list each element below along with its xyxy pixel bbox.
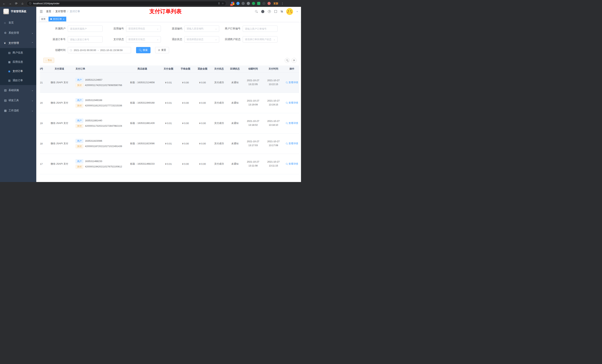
browser-profile-avatar[interactable]	[268, 2, 271, 5]
sidebar-item-workflow[interactable]: ▩ 工作流程 ⌄	[0, 105, 36, 116]
search-icon[interactable]	[255, 10, 258, 13]
chevron-up-icon: ⌃	[32, 42, 33, 44]
fullscreen-icon[interactable]	[274, 10, 277, 13]
search-toggle-button[interactable]	[285, 58, 290, 63]
page-title: 支付订单列表	[149, 8, 182, 15]
share-icon[interactable]: ↥	[218, 2, 220, 5]
tabbar: 首页 支付订单 ×	[36, 16, 301, 22]
chevron-down-icon: ⌄	[215, 27, 217, 30]
logo-image	[3, 9, 9, 14]
sidebar-item-pay[interactable]: ¥ 支付管理 ⌃	[0, 38, 36, 48]
bookmark-star-icon[interactable]: ☆	[222, 2, 224, 5]
address-bar[interactable]: ⓘ localhost:1024/pay/order ↥ ☆	[27, 1, 226, 6]
sidebar-item-pay-order[interactable]: ◉ 支付订单	[0, 67, 36, 76]
browser-menu-icon[interactable]: ⋮	[281, 2, 284, 5]
content: 所属商户 应用编号 请选择应用信息 ⌄ 渠道编码 请输入渠道编码 ⌄	[36, 22, 301, 182]
table-row: 119 微信 JSAPI 支付 商户1635311881440 支付420000…	[40, 113, 299, 133]
extension-green-icon[interactable]	[252, 2, 255, 5]
sidebar-item-refund-order[interactable]: ▥ 退款订单	[0, 76, 36, 85]
chevron-down-icon: ⌄	[157, 38, 159, 41]
site-info-icon[interactable]: ⓘ	[29, 2, 32, 5]
channel-order-no-input[interactable]	[68, 36, 103, 42]
main-area: ☰ 首页 / 支付管理 / 支付订单 支付订单列表 ? Tt ▾ 首页	[36, 7, 301, 182]
active-tab-dot	[50, 18, 52, 20]
merchant-tag: 商户	[75, 139, 83, 143]
table-row: 118 微信 JSAPI 支付 商户1635311823086 支付420000…	[40, 133, 299, 154]
merchant-order-no-input[interactable]	[243, 26, 278, 32]
view-detail-link[interactable]: 查看详情	[286, 142, 298, 145]
sidebar-item-merchant-info[interactable]: ▤ 商户信息	[0, 48, 36, 57]
chevron-down-icon: ⌄	[32, 99, 33, 102]
tab-home[interactable]: 首页	[39, 17, 47, 21]
extensions-puzzle-icon[interactable]	[262, 2, 266, 5]
sidebar: 芋道管理系统 ⌂ 首页 ⚙ 系统管理 ⌄ ¥ 支付管理 ⌃ ▤ 商户信息	[0, 7, 36, 182]
view-detail-link[interactable]: 查看详情	[286, 101, 298, 104]
merchant-input[interactable]	[68, 26, 103, 32]
pay-tag: 支付	[75, 165, 83, 169]
avatar-caret-icon[interactable]: ▾	[297, 10, 298, 13]
app-no-select[interactable]: 请选择应用信息 ⌄	[126, 26, 161, 32]
extension-blue-icon[interactable]	[236, 2, 239, 5]
table-row: 120 微信 JSAPI 支付 商户1635311949168 支付420000…	[40, 93, 299, 113]
date-start-value: 2021-10-01 00:00:00	[74, 49, 96, 52]
refresh-icon: ⟳	[293, 59, 295, 62]
hamburger-icon[interactable]: ☰	[40, 10, 43, 14]
merchant-tag: 商户	[75, 159, 83, 163]
view-detail-link[interactable]: 查看详情	[286, 122, 298, 125]
extension-gray2-icon[interactable]	[247, 2, 250, 5]
create-time-range-picker[interactable]: ◷ 2021-10-01 00:00:00 - 2021-10-31 23:59…	[68, 47, 131, 53]
github-icon[interactable]	[261, 10, 264, 13]
pay-status-label: 支付状态	[105, 38, 126, 41]
refresh-button[interactable]: ⟳	[291, 58, 297, 63]
browser-update-button[interactable]: 更新	[273, 2, 278, 5]
sidebar-item-system[interactable]: ⚙ 系统管理 ⌄	[0, 28, 36, 38]
extension-gray-icon[interactable]	[242, 2, 245, 5]
tab-pay-order[interactable]: 支付订单 ×	[49, 17, 66, 21]
channel-code-select[interactable]: 请输入渠道编码 ⌄	[184, 26, 219, 32]
breadcrumb-home[interactable]: 首页	[46, 10, 51, 13]
font-size-icon[interactable]: Tt	[280, 10, 283, 13]
browser-home-icon[interactable]: ⌂	[21, 2, 24, 5]
search-icon	[139, 49, 142, 52]
help-icon[interactable]: ?	[268, 10, 271, 13]
reset-button[interactable]: ⟳ 重置	[155, 47, 169, 53]
search-icon	[286, 122, 288, 124]
search-icon	[286, 82, 288, 83]
extension-multicolor-icon[interactable]: 10	[231, 2, 234, 5]
extensions-cluster: 10 更新 ⋮	[231, 2, 284, 5]
view-detail-link[interactable]: 查看详情	[286, 162, 298, 166]
view-detail-link[interactable]: 查看详情	[286, 81, 298, 84]
avatar[interactable]	[286, 8, 293, 15]
notify-status-select[interactable]: 请选择订单回调商户状态 ⌄	[243, 36, 278, 42]
logo[interactable]: 芋道管理系统	[0, 7, 36, 16]
refund-status-select[interactable]: 请选择退款状态 ⌄	[184, 36, 219, 42]
export-button[interactable]: ↓ 导出	[43, 58, 54, 63]
browser-reload-icon[interactable]: ⟳	[14, 2, 18, 5]
close-icon[interactable]: ×	[63, 18, 64, 20]
sidebar-item-infrastructure[interactable]: ▧ 基础设施 ⌄	[0, 85, 36, 95]
extension-chat-icon[interactable]	[257, 2, 260, 5]
pay-tag: 支付	[75, 124, 83, 128]
pay-tag: 支付	[75, 144, 83, 148]
chevron-down-icon: ⌄	[32, 32, 33, 34]
order-table: 编号 支付渠道 支付订单 商品标题 支付金额 手续金额 退款金额 支付状态 回调…	[40, 65, 299, 182]
browser-back-icon[interactable]: ←	[2, 2, 6, 5]
sidebar-menu: ⌂ 首页 ⚙ 系统管理 ⌄ ¥ 支付管理 ⌃ ▤ 商户信息 ▦ 应用信	[0, 16, 36, 116]
sidebar-item-home[interactable]: ⌂ 首页	[0, 18, 36, 28]
sidebar-item-devtools[interactable]: ▨ 研发工具 ⌄	[0, 95, 36, 105]
browser-chrome: ← → ⟳ ⌂ ⓘ localhost:1024/pay/order ↥ ☆ 1…	[0, 0, 301, 7]
target-icon: ◉	[8, 70, 13, 73]
briefcase-icon: ▩	[4, 109, 9, 112]
pay-status-select[interactable]: 请选择支付状态 ⌄	[126, 36, 161, 42]
app-no-label: 应用编号	[105, 27, 126, 30]
table-row: 117 微信 JSAPI 支付 商户1635311468233 支付420000…	[40, 154, 299, 174]
search-icon	[286, 59, 288, 62]
breadcrumb-pay[interactable]: 支付管理	[55, 10, 66, 13]
search-button[interactable]: 搜索	[136, 47, 150, 53]
merchant-order-no-label: 商户订单编号	[222, 27, 243, 30]
sidebar-item-app-info[interactable]: ▦ 应用信息	[0, 57, 36, 67]
chevron-down-icon: ⌄	[273, 38, 275, 41]
extension-badge: 10	[230, 4, 233, 6]
browser-forward-icon[interactable]: →	[8, 2, 12, 5]
filter-row-1: 所属商户 应用编号 请选择应用信息 ⌄ 渠道编码 请输入渠道编码 ⌄	[40, 26, 299, 32]
